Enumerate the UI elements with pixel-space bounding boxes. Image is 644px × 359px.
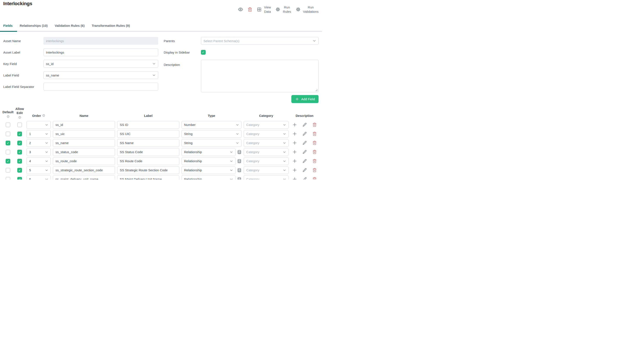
- add-field-button[interactable]: Add Field: [291, 95, 318, 103]
- default-checkbox[interactable]: [6, 132, 10, 136]
- delete-field-button[interactable]: [310, 166, 318, 174]
- field-type-select[interactable]: String: [182, 139, 242, 147]
- edit-description-button[interactable]: [301, 175, 308, 180]
- field-name-input[interactable]: [53, 139, 115, 147]
- field-type-select[interactable]: Relationship: [182, 157, 236, 165]
- category-select[interactable]: Category: [244, 139, 288, 147]
- trash-icon: [312, 141, 317, 145]
- delete-field-button[interactable]: [310, 139, 318, 147]
- order-select[interactable]: 4: [26, 157, 51, 165]
- edit-description-button[interactable]: [301, 139, 308, 147]
- default-checkbox[interactable]: [6, 150, 10, 154]
- field-name-input[interactable]: [53, 130, 115, 138]
- delete-field-button[interactable]: [310, 157, 318, 165]
- category-select[interactable]: Category: [244, 166, 288, 174]
- field-label-input[interactable]: [117, 166, 179, 174]
- asset-label-input[interactable]: [44, 48, 158, 56]
- add-category-button[interactable]: [291, 175, 298, 180]
- key-field-select[interactable]: ss_id: [44, 60, 158, 68]
- asset-name-input[interactable]: [44, 37, 158, 45]
- field-label-input[interactable]: [117, 175, 179, 180]
- tab-validation-rules[interactable]: Validation Rules (6): [55, 24, 84, 28]
- add-category-button[interactable]: [291, 148, 298, 156]
- allow-edit-checkbox[interactable]: [17, 150, 22, 154]
- delete-field-button[interactable]: [310, 175, 318, 180]
- order-select[interactable]: [26, 121, 51, 129]
- database-icon[interactable]: [237, 159, 242, 163]
- edit-description-button[interactable]: [301, 148, 308, 156]
- label-field-select[interactable]: ss_name: [44, 71, 158, 79]
- field-label-input[interactable]: [117, 157, 179, 165]
- category-select[interactable]: Category: [244, 175, 288, 180]
- order-select[interactable]: 2: [26, 139, 51, 147]
- add-category-button[interactable]: [291, 130, 298, 138]
- edit-description-button[interactable]: [301, 121, 308, 129]
- category-select[interactable]: Category: [244, 157, 288, 165]
- field-label-input[interactable]: [117, 130, 179, 138]
- tab-fields[interactable]: Fields: [3, 24, 12, 28]
- default-checkbox[interactable]: [6, 141, 10, 145]
- run-validations-button[interactable]: Run Validations: [296, 5, 318, 14]
- default-checkbox[interactable]: [6, 123, 10, 127]
- delete-asset-button[interactable]: [248, 7, 252, 12]
- delete-field-button[interactable]: [310, 121, 318, 129]
- allow-edit-checkbox[interactable]: [17, 123, 22, 127]
- header-category: Category: [244, 114, 288, 118]
- field-type-select[interactable]: Relationship: [182, 166, 236, 174]
- field-name-input[interactable]: [53, 148, 115, 156]
- field-label-input[interactable]: [117, 121, 179, 129]
- allow-edit-checkbox[interactable]: [17, 159, 22, 164]
- order-select[interactable]: 5: [26, 166, 51, 174]
- edit-description-button[interactable]: [301, 166, 308, 174]
- allow-edit-checkbox[interactable]: [17, 132, 22, 136]
- order-select[interactable]: 3: [26, 148, 51, 156]
- field-type-select[interactable]: Relationship: [182, 148, 236, 156]
- edit-description-button[interactable]: [301, 157, 308, 165]
- tab-transformation-rules[interactable]: Transformation Rules (9): [92, 24, 130, 28]
- resize-grip-icon[interactable]: [315, 89, 318, 91]
- field-type-select[interactable]: Number: [182, 121, 242, 129]
- default-checkbox[interactable]: [6, 159, 10, 164]
- tab-relationships[interactable]: Relationships (10): [20, 24, 48, 28]
- add-category-button[interactable]: [291, 121, 298, 129]
- category-select[interactable]: Category: [244, 130, 288, 138]
- add-category-button[interactable]: [291, 157, 298, 165]
- info-icon[interactable]: [18, 116, 21, 119]
- field-type-select[interactable]: Relationship: [182, 175, 236, 180]
- field-type-select[interactable]: String: [182, 130, 242, 138]
- database-icon[interactable]: [237, 150, 242, 154]
- category-select[interactable]: Category: [244, 148, 288, 156]
- parents-select[interactable]: Select Parent Schema(s): [201, 37, 319, 45]
- field-name-input[interactable]: [53, 121, 115, 129]
- display-in-sidebar-checkbox[interactable]: [201, 50, 206, 55]
- info-icon[interactable]: [42, 114, 45, 117]
- field-name-input[interactable]: [53, 157, 115, 165]
- category-select[interactable]: Category: [244, 121, 288, 129]
- allow-edit-checkbox[interactable]: [17, 168, 22, 173]
- info-icon[interactable]: [7, 115, 10, 118]
- order-select[interactable]: 6: [26, 175, 51, 180]
- delete-field-button[interactable]: [310, 148, 318, 156]
- field-label-input[interactable]: [117, 148, 179, 156]
- field-name-input[interactable]: [53, 166, 115, 174]
- default-checkbox[interactable]: [6, 168, 10, 173]
- chevron-down-icon: [45, 123, 48, 127]
- add-category-button[interactable]: [291, 139, 298, 147]
- default-checkbox[interactable]: [6, 177, 10, 180]
- edit-description-button[interactable]: [301, 130, 308, 138]
- delete-field-button[interactable]: [310, 130, 318, 138]
- label-field-separator-input[interactable]: [44, 83, 158, 91]
- add-category-button[interactable]: [291, 166, 298, 174]
- chevron-down-icon: [45, 178, 48, 180]
- field-name-input[interactable]: [53, 175, 115, 180]
- database-icon[interactable]: [237, 177, 242, 180]
- database-icon[interactable]: [237, 168, 242, 172]
- order-select[interactable]: 1: [26, 130, 51, 138]
- view-data-button[interactable]: View Data: [257, 5, 271, 14]
- description-textarea[interactable]: [201, 60, 319, 92]
- allow-edit-checkbox[interactable]: [17, 177, 22, 180]
- run-rules-button[interactable]: Run Rules: [276, 5, 291, 14]
- allow-edit-checkbox[interactable]: [17, 141, 22, 145]
- field-label-input[interactable]: [117, 139, 179, 147]
- preview-button[interactable]: [238, 7, 243, 12]
